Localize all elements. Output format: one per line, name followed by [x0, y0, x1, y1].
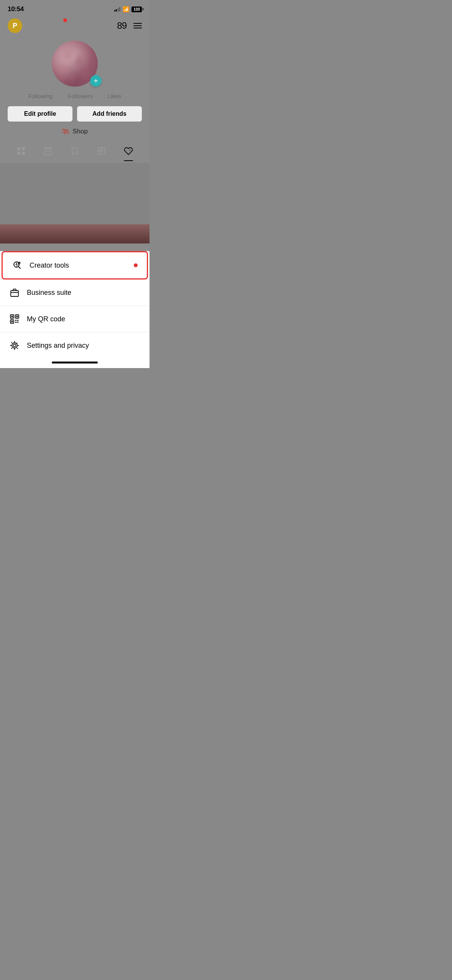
- add-friends-button[interactable]: Add friends: [77, 106, 142, 122]
- following-stat[interactable]: Following: [28, 93, 53, 99]
- drawer-panel: Creator tools Business suite: [0, 251, 150, 358]
- svg-rect-16: [12, 316, 13, 317]
- profile-avatar-container: +: [0, 41, 150, 87]
- svg-rect-11: [11, 291, 18, 296]
- signal-icon: [114, 7, 121, 12]
- top-nav: P 89: [0, 16, 150, 37]
- creator-tools-label: Creator tools: [30, 261, 69, 270]
- svg-rect-18: [12, 321, 13, 322]
- svg-rect-3: [22, 152, 25, 155]
- action-buttons: Edit profile Add friends: [0, 106, 150, 122]
- stats-row: Following Followers Likes: [0, 93, 150, 99]
- drawer-item-creator-tools[interactable]: Creator tools: [2, 251, 148, 280]
- nav-right: 89: [117, 20, 142, 31]
- menu-button[interactable]: [133, 23, 142, 28]
- drawer-item-qr-code[interactable]: My QR code: [0, 306, 150, 332]
- glasses-icon[interactable]: 89: [117, 20, 127, 31]
- bottom-image-glimpse: [0, 224, 150, 243]
- home-indicator: [0, 358, 150, 368]
- likes-label: Likes: [108, 93, 121, 99]
- svg-rect-21: [15, 322, 16, 323]
- svg-rect-2: [17, 152, 20, 155]
- svg-rect-1: [22, 147, 25, 150]
- svg-point-23: [13, 344, 16, 347]
- shop-label: Shop: [72, 128, 88, 135]
- status-time: 10:54: [8, 5, 24, 13]
- wifi-icon: 📶: [123, 6, 129, 12]
- shop-button[interactable]: 🛍 Shop: [62, 127, 88, 136]
- creator-tools-icon: [12, 260, 23, 271]
- settings-icon: [9, 340, 20, 351]
- svg-rect-20: [17, 320, 18, 321]
- shop-row: 🛍 Shop: [0, 127, 150, 136]
- tab-collab[interactable]: [97, 146, 106, 161]
- add-photo-button[interactable]: +: [90, 75, 102, 87]
- home-bar: [52, 362, 98, 363]
- svg-rect-22: [17, 322, 18, 323]
- drawer-item-business-suite[interactable]: Business suite: [0, 280, 150, 306]
- svg-rect-0: [17, 147, 20, 150]
- content-tabs: [0, 143, 150, 163]
- status-bar: 10:54 📶 100: [0, 0, 150, 16]
- avatar[interactable]: P: [8, 18, 22, 33]
- shop-bag-icon: 🛍: [62, 127, 69, 136]
- battery-icon: 100: [131, 7, 142, 12]
- status-icons: 📶 100: [114, 6, 142, 12]
- tab-saved[interactable]: [70, 146, 79, 161]
- tab-shop[interactable]: [43, 146, 53, 161]
- svg-rect-7: [102, 148, 105, 151]
- likes-stat[interactable]: Likes: [108, 93, 121, 99]
- svg-rect-17: [16, 316, 18, 317]
- svg-rect-8: [98, 151, 101, 155]
- qr-code-icon: [9, 314, 20, 324]
- qr-code-label: My QR code: [27, 315, 65, 323]
- settings-label: Settings and privacy: [27, 342, 89, 350]
- following-label: Following: [28, 93, 53, 99]
- tab-liked[interactable]: [124, 146, 133, 161]
- tab-grid[interactable]: [16, 146, 26, 161]
- business-suite-icon: [9, 287, 20, 298]
- svg-rect-6: [98, 148, 101, 151]
- notification-dot: [63, 18, 67, 22]
- edit-profile-button[interactable]: Edit profile: [8, 106, 72, 122]
- followers-label: Followers: [68, 93, 92, 99]
- content-area: [0, 163, 150, 224]
- creator-tools-dot: [134, 263, 138, 267]
- business-suite-label: Business suite: [27, 289, 71, 297]
- followers-stat[interactable]: Followers: [68, 93, 92, 99]
- svg-rect-19: [15, 320, 16, 321]
- drawer-item-settings[interactable]: Settings and privacy: [0, 332, 150, 358]
